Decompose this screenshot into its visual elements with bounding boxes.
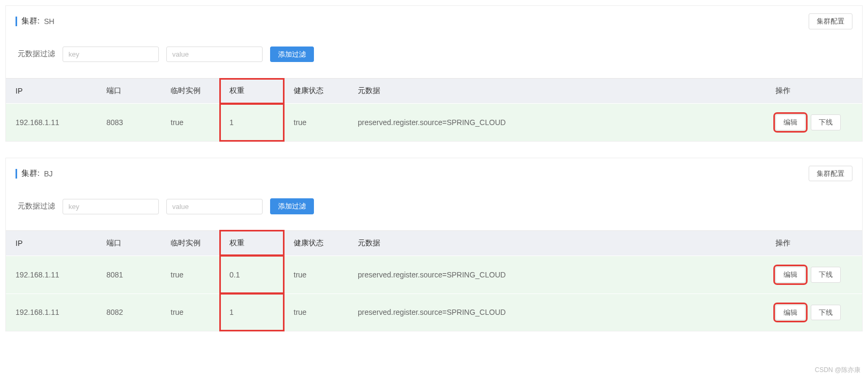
col-port: 端口 bbox=[97, 79, 161, 104]
cluster-config-button[interactable]: 集群配置 bbox=[809, 166, 852, 182]
offline-button[interactable]: 下线 bbox=[811, 305, 841, 321]
cell-health: true bbox=[284, 104, 348, 141]
edit-button[interactable]: 编辑 bbox=[775, 267, 805, 283]
cluster-config-button[interactable]: 集群配置 bbox=[809, 13, 852, 29]
metadata-filter-row: 元数据过滤 添加过滤 bbox=[6, 37, 862, 79]
cell-op: 编辑 下线 bbox=[766, 293, 862, 331]
cell-health: true bbox=[284, 256, 348, 293]
cell-weight: 1 bbox=[220, 293, 284, 331]
title-bar-icon bbox=[16, 17, 17, 26]
title-bar-icon bbox=[16, 169, 17, 179]
col-ip: IP bbox=[6, 79, 97, 104]
col-weight: 权重 bbox=[220, 230, 284, 256]
cell-ip: 192.168.1.11 bbox=[6, 293, 97, 331]
table-row: 192.168.1.11 8081 true 0.1 true preserve… bbox=[6, 256, 862, 293]
col-ephemeral: 临时实例 bbox=[161, 79, 220, 104]
col-ip: IP bbox=[6, 230, 97, 256]
cell-port: 8082 bbox=[97, 293, 161, 331]
cluster-name: SH bbox=[44, 17, 54, 26]
cell-ephemeral: true bbox=[161, 256, 220, 293]
cell-port: 8081 bbox=[97, 256, 161, 293]
filter-key-input[interactable] bbox=[63, 47, 159, 62]
filter-label: 元数据过滤 bbox=[18, 202, 55, 211]
cluster-title: 集群: BJ bbox=[16, 168, 53, 179]
offline-button[interactable]: 下线 bbox=[811, 114, 841, 130]
cell-metadata: preserved.register.source=SPRING_CLOUD bbox=[348, 256, 766, 293]
metadata-filter-row: 元数据过滤 添加过滤 bbox=[6, 189, 862, 230]
add-filter-button[interactable]: 添加过滤 bbox=[270, 47, 314, 63]
cell-ip: 192.168.1.11 bbox=[6, 256, 97, 293]
cell-ephemeral: true bbox=[161, 104, 220, 141]
edit-button[interactable]: 编辑 bbox=[775, 305, 805, 321]
instances-table: IP 端口 临时实例 权重 健康状态 元数据 操作 192.168.1.11 8… bbox=[6, 230, 862, 331]
filter-value-input[interactable] bbox=[166, 199, 263, 214]
col-op: 操作 bbox=[766, 230, 862, 256]
cell-metadata: preserved.register.source=SPRING_CLOUD bbox=[348, 293, 766, 331]
add-filter-button[interactable]: 添加过滤 bbox=[270, 198, 314, 214]
cell-ephemeral: true bbox=[161, 293, 220, 331]
cell-port: 8083 bbox=[97, 104, 161, 141]
cluster-header: 集群: SH 集群配置 bbox=[6, 6, 862, 37]
table-row: 192.168.1.11 8083 true 1 true preserved.… bbox=[6, 104, 862, 141]
col-metadata: 元数据 bbox=[348, 230, 766, 256]
table-row: 192.168.1.11 8082 true 1 true preserved.… bbox=[6, 293, 862, 331]
offline-button[interactable]: 下线 bbox=[811, 267, 841, 283]
filter-key-input[interactable] bbox=[63, 199, 159, 214]
filter-value-input[interactable] bbox=[166, 47, 263, 62]
cluster-name: BJ bbox=[44, 169, 52, 178]
cluster-panel-bj: 集群: BJ 集群配置 元数据过滤 添加过滤 IP 端口 临时实例 权重 健康状… bbox=[5, 158, 863, 331]
col-weight: 权重 bbox=[220, 79, 284, 104]
col-metadata: 元数据 bbox=[348, 79, 766, 104]
col-op: 操作 bbox=[766, 79, 862, 104]
filter-label: 元数据过滤 bbox=[18, 49, 55, 59]
cell-op: 编辑 下线 bbox=[766, 104, 862, 141]
cluster-title: 集群: SH bbox=[16, 16, 55, 26]
col-ephemeral: 临时实例 bbox=[161, 230, 220, 256]
cell-ip: 192.168.1.11 bbox=[6, 104, 97, 141]
cluster-panel-sh: 集群: SH 集群配置 元数据过滤 添加过滤 IP 端口 临时实例 权重 健康状… bbox=[5, 5, 863, 142]
cluster-header: 集群: BJ 集群配置 bbox=[6, 158, 862, 189]
cluster-prefix: 集群: bbox=[21, 16, 40, 26]
cell-health: true bbox=[284, 293, 348, 331]
instances-table: IP 端口 临时实例 权重 健康状态 元数据 操作 192.168.1.11 8… bbox=[6, 78, 862, 141]
cell-op: 编辑 下线 bbox=[766, 256, 862, 293]
col-health: 健康状态 bbox=[284, 230, 348, 256]
cell-weight: 1 bbox=[220, 104, 284, 141]
cell-metadata: preserved.register.source=SPRING_CLOUD bbox=[348, 104, 766, 141]
cell-weight: 0.1 bbox=[220, 256, 284, 293]
col-port: 端口 bbox=[97, 230, 161, 256]
cluster-prefix: 集群: bbox=[21, 168, 40, 179]
edit-button[interactable]: 编辑 bbox=[775, 114, 805, 130]
col-health: 健康状态 bbox=[284, 79, 348, 104]
